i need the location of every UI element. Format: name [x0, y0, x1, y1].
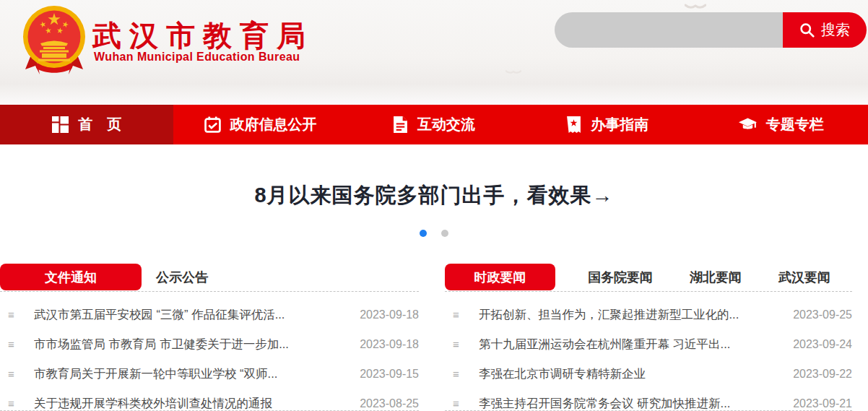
site-title: 武汉市教育局 [92, 16, 313, 56]
news-title: 第十九届亚洲运动会在杭州隆重开幕 习近平出... [479, 337, 793, 352]
main-nav: 首 页 政府信息公开 互动交流 办事指南 专 [0, 105, 868, 144]
list-item[interactable]: ≡ 市市场监管局 市教育局 市卫健委关于进一步加... 2023-09-18 [0, 329, 419, 359]
list-marker-icon: ≡ [453, 339, 467, 350]
nav-item-special-topics[interactable]: 专题专栏 [695, 105, 868, 144]
news-date: 2023-09-18 [360, 308, 419, 321]
list-item[interactable]: ≡ 开拓创新、担当作为，汇聚起推进新型工业化的... 2023-09-25 [445, 300, 852, 329]
news-title: 武汉市第五届平安校园 “三微” 作品征集评优活... [34, 307, 360, 323]
tab-public-announcements[interactable]: 公示公告 [142, 264, 222, 290]
right-news-list: ≡ 开拓创新、担当作为，汇聚起推进新型工业化的... 2023-09-25 ≡ … [445, 292, 852, 411]
graduation-cap-icon [739, 117, 757, 133]
banner-headline-link[interactable]: 8月以来国务院多部门出手，看效果→ [0, 181, 868, 210]
list-marker-icon: ≡ [8, 368, 22, 379]
nav-item-home[interactable]: 首 页 [0, 105, 173, 144]
news-date: 2023-08-25 [360, 397, 419, 410]
news-date: 2023-09-24 [793, 338, 852, 351]
bookmark-star-icon [566, 116, 581, 133]
right-tabbar: 时政要闻 国务院要闻 湖北要闻 武汉要闻 [445, 264, 852, 292]
search-icon [799, 22, 815, 38]
list-marker-icon: ≡ [453, 309, 467, 320]
news-title: 关于违规开展学科类校外培训查处情况的通报 [34, 396, 360, 411]
nav-label: 专题专栏 [766, 115, 824, 134]
carousel-dots [0, 230, 868, 237]
list-item[interactable]: ≡ 李强主持召开国务院常务会议 研究加快推进新... 2023-09-21 [445, 389, 852, 411]
list-item[interactable]: ≡ 第十九届亚洲运动会在杭州隆重开幕 习近平出... 2023-09-24 [445, 329, 852, 359]
list-item[interactable]: ≡ 武汉市第五届平安校园 “三微” 作品征集评优活... 2023-09-18 [0, 300, 419, 329]
news-date: 2023-09-15 [360, 368, 419, 381]
tab-file-notices[interactable]: 文件通知 [0, 264, 142, 290]
calendar-check-icon [204, 116, 221, 133]
carousel-banner: 8月以来国务院多部门出手，看效果→ [0, 144, 868, 264]
home-grid-icon [52, 116, 69, 133]
search-input[interactable] [555, 12, 783, 48]
list-marker-icon: ≡ [8, 309, 22, 320]
tab-wuhan-news[interactable]: 武汉要闻 [774, 264, 835, 290]
list-marker-icon: ≡ [8, 398, 22, 409]
site-subtitle-english: Wuhan Municipal Education Bureau [94, 51, 300, 64]
tab-hubei-news[interactable]: 湖北要闻 [685, 264, 746, 290]
news-column-notices: 文件通知 公示公告 ≡ 武汉市第五届平安校园 “三微” 作品征集评优活... 2… [0, 264, 419, 411]
nav-label: 政府信息公开 [230, 115, 317, 134]
news-title: 李强主持召开国务院常务会议 研究加快推进新... [479, 396, 793, 411]
news-title: 市市场监管局 市教育局 市卫健委关于进一步加... [34, 337, 360, 352]
news-title: 市教育局关于开展新一轮中等职业学校 “双师... [34, 366, 360, 382]
carousel-dot-2[interactable] [441, 230, 448, 237]
nav-item-interaction[interactable]: 互动交流 [347, 105, 521, 144]
nav-label: 首 页 [78, 115, 121, 134]
carousel-dot-1[interactable] [420, 230, 427, 237]
list-item[interactable]: ≡ 关于违规开展学科类校外培训查处情况的通报 2023-08-25 [0, 389, 419, 411]
news-date: 2023-09-18 [360, 338, 419, 351]
list-item[interactable]: ≡ 李强在北京市调研专精特新企业 2023-09-22 [445, 359, 852, 389]
nav-item-service-guide[interactable]: 办事指南 [521, 105, 694, 144]
search-button-label: 搜索 [821, 20, 850, 40]
left-tabbar: 文件通知 公示公告 [0, 264, 419, 292]
news-title: 开拓创新、担当作为，汇聚起推进新型工业化的... [479, 307, 793, 323]
search-button[interactable]: 搜索 [783, 12, 867, 48]
news-section: 文件通知 公示公告 ≡ 武汉市第五届平安校园 “三微” 作品征集评优活... 2… [0, 264, 868, 411]
national-emblem-logo [20, 4, 88, 79]
nav-label: 互动交流 [417, 115, 475, 134]
list-marker-icon: ≡ [8, 339, 22, 350]
tab-current-affairs[interactable]: 时政要闻 [445, 264, 555, 290]
list-marker-icon: ≡ [453, 368, 467, 379]
news-date: 2023-09-25 [793, 308, 852, 321]
site-header: 武汉市教育局 Wuhan Municipal Education Bureau … [0, 0, 868, 105]
news-title: 李强在北京市调研专精特新企业 [479, 366, 793, 382]
search-bar: 搜索 [555, 12, 867, 48]
nav-item-gov-info[interactable]: 政府信息公开 [173, 105, 347, 144]
bird-watermark-icon [685, 3, 706, 12]
left-news-list: ≡ 武汉市第五届平安校园 “三微” 作品征集评优活... 2023-09-18 … [0, 292, 419, 411]
tab-state-council-news[interactable]: 国务院要闻 [583, 264, 657, 290]
document-icon [393, 116, 408, 133]
bird-watermark-icon [505, 69, 521, 76]
news-column-current-affairs: 时政要闻 国务院要闻 湖北要闻 武汉要闻 ≡ 开拓创新、担当作为，汇聚起推进新型… [445, 264, 852, 411]
list-item[interactable]: ≡ 市教育局关于开展新一轮中等职业学校 “双师... 2023-09-15 [0, 359, 419, 389]
news-date: 2023-09-22 [793, 368, 852, 381]
news-date: 2023-09-21 [793, 397, 852, 410]
nav-label: 办事指南 [591, 115, 648, 134]
list-marker-icon: ≡ [453, 398, 467, 409]
